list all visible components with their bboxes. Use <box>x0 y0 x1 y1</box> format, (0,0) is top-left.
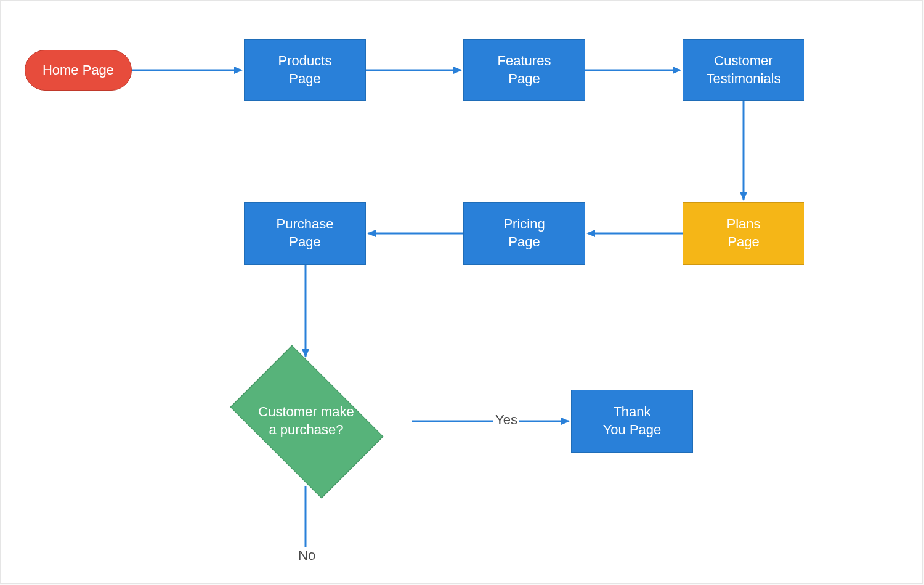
edge-label-no: No <box>296 547 317 563</box>
node-label: Features Page <box>494 52 555 87</box>
node-label: Purchase Page <box>273 216 338 251</box>
diagram-canvas: Home Page Products Page Features Page Cu… <box>0 0 923 584</box>
node-label: Home Page <box>39 62 118 79</box>
edge-label-yes: Yes <box>493 412 519 428</box>
node-decision-purchase[interactable]: Customer make a purchase? <box>215 360 397 483</box>
node-label: Thank You Page <box>599 403 665 438</box>
node-home-page[interactable]: Home Page <box>25 50 132 91</box>
node-plans-page[interactable]: Plans Page <box>683 202 804 265</box>
node-label: Products Page <box>275 52 336 87</box>
node-thank-you-page[interactable]: Thank You Page <box>571 390 693 453</box>
node-pricing-page[interactable]: Pricing Page <box>463 202 585 265</box>
node-label: Pricing Page <box>500 216 548 251</box>
node-customer-testimonials[interactable]: Customer Testimonials <box>683 39 804 101</box>
node-label: Customer make a purchase? <box>215 360 397 483</box>
node-label: Plans Page <box>723 216 764 251</box>
node-purchase-page[interactable]: Purchase Page <box>244 202 366 265</box>
node-features-page[interactable]: Features Page <box>463 39 585 101</box>
node-label: Customer Testimonials <box>702 52 784 87</box>
node-products-page[interactable]: Products Page <box>244 39 366 101</box>
